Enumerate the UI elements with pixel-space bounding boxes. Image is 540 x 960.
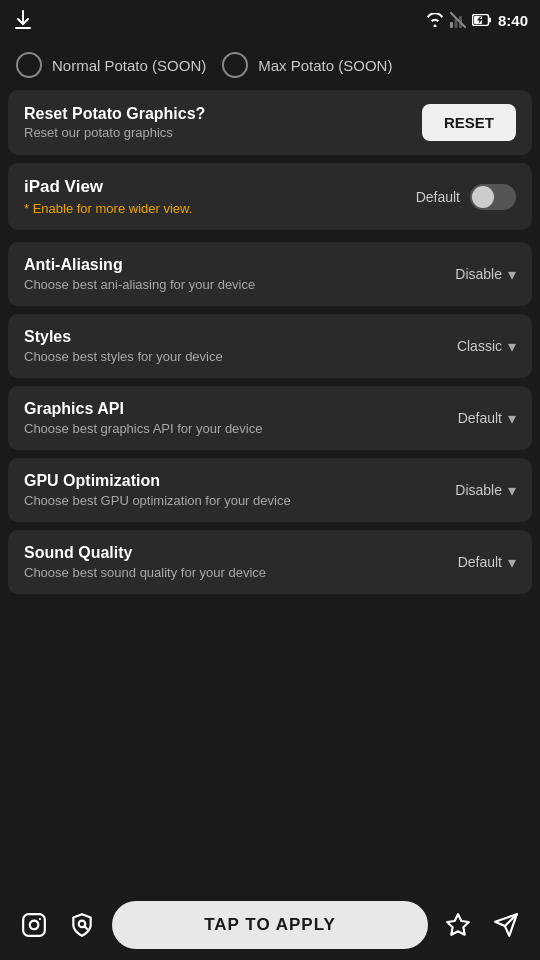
- star-icon[interactable]: [440, 907, 476, 943]
- radio-section: Normal Potato (SOON) Max Potato (SOON): [8, 40, 532, 90]
- svg-line-11: [85, 927, 88, 930]
- reset-text: Reset Potato Graphics? Reset our potato …: [24, 105, 205, 140]
- row-right-gpu-optimization[interactable]: Disable ▾: [455, 481, 516, 500]
- row-text-anti-aliasing: Anti-Aliasing Choose best ani-aliasing f…: [24, 256, 255, 292]
- svg-marker-12: [447, 914, 469, 935]
- tap-to-apply-button[interactable]: TAP TO APPLY: [112, 901, 428, 949]
- download-icon: [12, 9, 34, 31]
- chevron-down-icon-gpu-optimization: ▾: [508, 481, 516, 500]
- settings-row-gpu-optimization[interactable]: GPU Optimization Choose best GPU optimiz…: [8, 458, 532, 522]
- status-right: 8:40: [426, 12, 528, 29]
- row-value-anti-aliasing: Disable: [455, 266, 502, 282]
- instagram-icon[interactable]: [16, 907, 52, 943]
- row-title-anti-aliasing: Anti-Aliasing: [24, 256, 255, 274]
- reset-section: Reset Potato Graphics? Reset our potato …: [8, 90, 532, 155]
- ipad-view-section: iPad View * Enable for more wider view. …: [8, 163, 532, 230]
- radio-circle-max[interactable]: [222, 52, 248, 78]
- wifi-icon: [426, 13, 444, 27]
- svg-rect-8: [23, 914, 45, 936]
- ipad-right: Default: [416, 184, 516, 210]
- row-right-graphics-api[interactable]: Default ▾: [458, 409, 516, 428]
- radio-item-max[interactable]: Max Potato (SOON): [222, 52, 392, 78]
- row-desc-sound-quality: Choose best sound quality for your devic…: [24, 565, 266, 580]
- battery-icon: [472, 14, 492, 26]
- send-icon[interactable]: [488, 907, 524, 943]
- svg-rect-0: [15, 27, 31, 29]
- radio-item-normal[interactable]: Normal Potato (SOON): [16, 52, 206, 78]
- row-value-sound-quality: Default: [458, 554, 502, 570]
- row-desc-gpu-optimization: Choose best GPU optimization for your de…: [24, 493, 291, 508]
- row-right-sound-quality[interactable]: Default ▾: [458, 553, 516, 572]
- row-value-gpu-optimization: Disable: [455, 482, 502, 498]
- row-title-gpu-optimization: GPU Optimization: [24, 472, 291, 490]
- ipad-description: * Enable for more wider view.: [24, 201, 192, 216]
- row-value-graphics-api: Default: [458, 410, 502, 426]
- toggle-knob: [472, 186, 494, 208]
- row-desc-anti-aliasing: Choose best ani-aliasing for your device: [24, 277, 255, 292]
- row-right-styles[interactable]: Classic ▾: [457, 337, 516, 356]
- settings-row-graphics-api[interactable]: Graphics API Choose best graphics API fo…: [8, 386, 532, 450]
- row-desc-styles: Choose best styles for your device: [24, 349, 223, 364]
- settings-list: Anti-Aliasing Choose best ani-aliasing f…: [8, 242, 532, 594]
- radio-label-max: Max Potato (SOON): [258, 57, 392, 74]
- ipad-default-label: Default: [416, 189, 460, 205]
- radio-label-normal: Normal Potato (SOON): [52, 57, 206, 74]
- time-display: 8:40: [498, 12, 528, 29]
- row-text-graphics-api: Graphics API Choose best graphics API fo…: [24, 400, 262, 436]
- row-text-styles: Styles Choose best styles for your devic…: [24, 328, 223, 364]
- row-title-styles: Styles: [24, 328, 223, 346]
- svg-rect-6: [489, 18, 491, 23]
- row-title-sound-quality: Sound Quality: [24, 544, 266, 562]
- settings-row-sound-quality[interactable]: Sound Quality Choose best sound quality …: [8, 530, 532, 594]
- chevron-down-icon-styles: ▾: [508, 337, 516, 356]
- settings-row-anti-aliasing[interactable]: Anti-Aliasing Choose best ani-aliasing f…: [8, 242, 532, 306]
- settings-row-styles[interactable]: Styles Choose best styles for your devic…: [8, 314, 532, 378]
- status-bar: 8:40: [0, 0, 540, 40]
- chevron-down-icon-anti-aliasing: ▾: [508, 265, 516, 284]
- row-desc-graphics-api: Choose best graphics API for your device: [24, 421, 262, 436]
- row-text-gpu-optimization: GPU Optimization Choose best GPU optimiz…: [24, 472, 291, 508]
- svg-rect-1: [450, 22, 453, 28]
- shield-search-icon[interactable]: [64, 907, 100, 943]
- ipad-text: iPad View * Enable for more wider view.: [24, 177, 192, 216]
- reset-button[interactable]: RESET: [422, 104, 516, 141]
- signal-icon: [450, 12, 466, 28]
- bottom-bar: TAP TO APPLY: [0, 890, 540, 960]
- ipad-title: iPad View: [24, 177, 192, 197]
- chevron-down-icon-sound-quality: ▾: [508, 553, 516, 572]
- row-value-styles: Classic: [457, 338, 502, 354]
- reset-title: Reset Potato Graphics?: [24, 105, 205, 123]
- row-right-anti-aliasing[interactable]: Disable ▾: [455, 265, 516, 284]
- row-title-graphics-api: Graphics API: [24, 400, 262, 418]
- radio-circle-normal[interactable]: [16, 52, 42, 78]
- ipad-toggle[interactable]: [470, 184, 516, 210]
- main-content: Normal Potato (SOON) Max Potato (SOON) R…: [0, 40, 540, 890]
- chevron-down-icon-graphics-api: ▾: [508, 409, 516, 428]
- reset-description: Reset our potato graphics: [24, 125, 205, 140]
- row-text-sound-quality: Sound Quality Choose best sound quality …: [24, 544, 266, 580]
- status-left: [12, 9, 34, 31]
